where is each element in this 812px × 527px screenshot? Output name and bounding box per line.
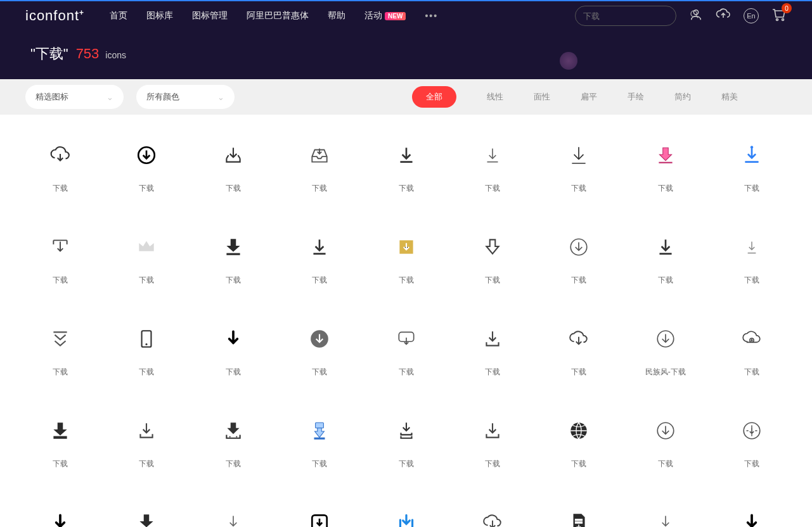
icon-item[interactable]: 下载 [205,416,262,469]
icon-item[interactable] [378,507,435,527]
download-icon [723,416,780,446]
icon-item[interactable]: 下载 [723,232,780,286]
icon-item[interactable]: 下载 [32,416,89,469]
icon-label: 下载 [464,183,521,194]
download-icon [32,507,89,527]
icon-label: 下载 [205,275,262,286]
icon-item[interactable] [118,507,175,527]
icon-item[interactable]: 下载 [118,416,175,469]
icon-item[interactable]: 下载 [550,232,607,286]
cart-icon[interactable]: 0 [771,7,787,25]
header: iconfont+ 首页 图标库 图标管理 阿里巴巴普惠体 帮助 活动NEW •… [0,0,812,79]
icon-item[interactable]: 下载 [291,324,348,378]
nav-manage[interactable]: 图标管理 [192,10,228,22]
icon-item[interactable]: 下载 [32,232,89,286]
icon-item[interactable]: 下载 [291,416,348,469]
download-icon [205,140,262,170]
svg-point-4 [782,19,784,21]
icon-grid: 下载下载下载下载下载下载下载下载下载下载下载下载下载下载下载下载下载下载下载下载… [0,115,812,527]
download-icon [464,232,521,262]
download-icon [550,324,607,354]
icon-label: 下载 [550,183,607,194]
icon-item[interactable]: 下载 [205,324,262,378]
download-icon [32,324,89,354]
upload-icon[interactable] [716,7,731,25]
nav-activity[interactable]: 活动NEW [364,10,406,22]
icon-item[interactable]: 下载 [464,232,521,286]
icon-item[interactable]: 下载 [118,140,175,194]
download-icon [637,324,694,354]
download-icon [637,507,694,527]
search-input[interactable] [583,11,690,21]
nav-help[interactable]: 帮助 [328,10,345,22]
download-icon [291,232,348,262]
icon-item[interactable]: 下载 [464,416,521,469]
icon-item[interactable]: 下载 [378,416,435,469]
filter-tab-0[interactable]: 全部 [412,86,456,108]
icon-label: 下载 [550,459,607,469]
icon-item[interactable]: 下载 [378,140,435,194]
filter-tab-5[interactable]: 简约 [674,91,691,103]
nav-home[interactable]: 首页 [110,10,127,22]
icon-item[interactable]: 下载 [637,140,694,194]
download-icon [464,324,521,354]
download-icon [118,416,175,446]
icon-item[interactable] [464,507,521,527]
language-toggle[interactable]: En [744,8,759,23]
icon-item[interactable]: 下载 [32,324,89,378]
dropdown-color[interactable]: 所有颜色⌄ [136,85,235,109]
icon-item[interactable] [291,507,348,527]
filter-tab-6[interactable]: 精美 [721,91,738,103]
filter-tab-2[interactable]: 面性 [534,91,550,103]
icon-item[interactable]: 下载 [723,140,780,194]
dropdown-quality[interactable]: 精选图标⌄ [25,85,124,109]
download-icon [205,324,262,354]
icon-item[interactable]: 下载 [378,324,435,378]
icon-item[interactable]: 下载 [637,416,694,469]
icon-item[interactable] [205,507,262,527]
icon-label: 下载 [291,183,348,194]
icon-item[interactable]: 民族风-下载 [637,324,694,378]
icon-item[interactable]: 下载 [464,324,521,378]
icon-item[interactable]: 下载 [378,232,435,286]
icon-item[interactable]: 下载 [723,416,780,469]
download-icon [723,324,780,354]
icon-item[interactable]: 下载 [464,140,521,194]
icon-label: 下载 [378,459,435,469]
search-box[interactable] [575,6,676,26]
icon-item[interactable]: 下载 [291,140,348,194]
nav-font[interactable]: 阿里巴巴普惠体 [247,10,309,22]
icon-label: 下载 [205,183,262,194]
download-icon [32,140,89,170]
icon-item[interactable] [637,507,694,527]
nav-more[interactable]: ••• [425,11,438,21]
icon-item[interactable]: 下载 [723,324,780,378]
logo[interactable]: iconfont+ [25,8,84,24]
icon-item[interactable]: 下载 [205,140,262,194]
download-icon [205,232,262,262]
icon-item[interactable]: 下载 [550,324,607,378]
icon-label: 下载 [464,459,521,469]
icon-label: 下载 [291,275,348,286]
icon-item[interactable]: 下载 [550,416,607,469]
filter-tab-3[interactable]: 扁平 [581,91,597,103]
icon-item[interactable]: 下载 [118,232,175,286]
icon-item[interactable] [550,507,607,527]
icon-label: 下载 [32,459,89,469]
icon-item[interactable]: 下载 [205,232,262,286]
icon-item[interactable] [32,507,89,527]
icon-item[interactable]: 下载 [550,140,607,194]
icon-label: 下载 [378,183,435,194]
icon-item[interactable]: 下载 [118,324,175,378]
icon-item[interactable]: 下载 [32,140,89,194]
user-icon[interactable] [689,8,703,24]
icon-item[interactable]: 下载 [291,232,348,286]
nav-library[interactable]: 图标库 [146,10,173,22]
filter-tab-1[interactable]: 线性 [487,91,503,103]
icon-item[interactable]: 下载 [637,232,694,286]
icon-item[interactable] [723,507,780,527]
download-icon [291,416,348,446]
filter-tab-4[interactable]: 手绘 [628,91,644,103]
download-icon [118,324,175,354]
download-icon [378,416,435,446]
